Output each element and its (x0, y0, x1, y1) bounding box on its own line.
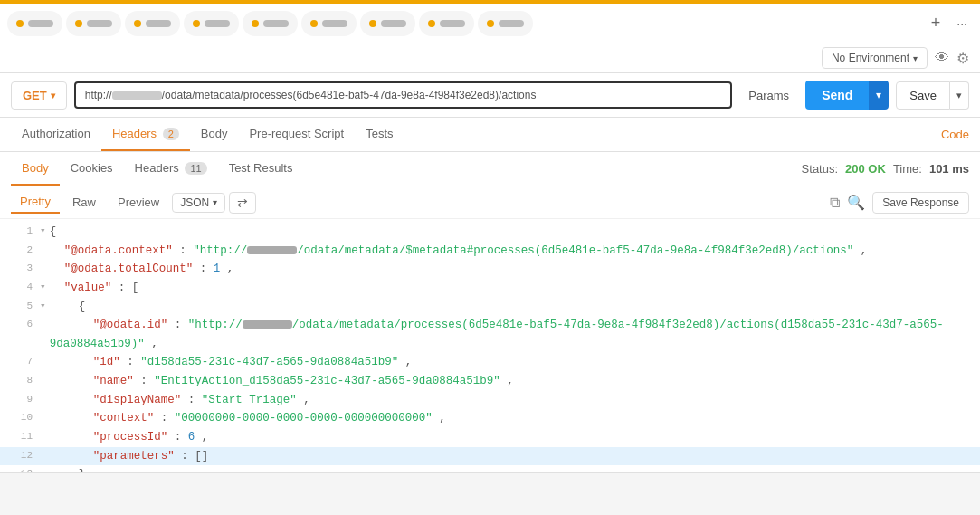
resp-tab-headers[interactable]: Headers 11 (124, 152, 218, 186)
tab-authorization[interactable]: Authorization (11, 118, 101, 151)
tab-dot-3 (134, 20, 141, 27)
line-toggle-11: ▸ (40, 428, 46, 444)
json-line-2: 2 ▸ "@odata.context" : "http:///odata/me… (0, 242, 980, 261)
tab-pill-5[interactable] (243, 11, 298, 36)
line-toggle-1[interactable]: ▾ (40, 223, 46, 239)
line-toggle-9: ▸ (40, 391, 46, 407)
headers-badge: 2 (163, 128, 179, 140)
line-num-4: 4 (7, 279, 33, 295)
tab-pill-8[interactable] (419, 11, 474, 36)
line-toggle-5[interactable]: ▾ (40, 298, 46, 314)
tab-pill-6[interactable] (301, 11, 357, 36)
line-toggle-3: ▸ (40, 260, 46, 276)
line-toggle-4[interactable]: ▾ (40, 279, 46, 295)
tab-pill-7[interactable] (360, 11, 415, 36)
tab-pill-9[interactable] (478, 11, 533, 36)
json-line-3: 3 ▸ "@odata.totalCount" : 1 , (0, 260, 980, 279)
tab-dot-6 (310, 20, 318, 27)
json-format-select[interactable]: JSON ▾ (172, 193, 225, 213)
response-area: Body Cookies Headers 11 Test Results Sta… (0, 152, 980, 482)
wrap-icon[interactable]: ⇄ (229, 192, 256, 214)
tab-pill-2[interactable] (66, 11, 121, 36)
save-response-button[interactable]: Save Response (872, 192, 969, 214)
save-button[interactable]: Save (896, 81, 950, 110)
tab-dot-8 (428, 20, 435, 27)
tab-body[interactable]: Body (190, 118, 239, 151)
line-num-6: 6 (7, 316, 33, 332)
line-content-12: "parameters" : [] (50, 447, 209, 466)
send-button[interactable]: Send (805, 81, 869, 110)
json-body: 1 ▾ { 2 ▸ "@odata.context" : "http:///od… (0, 219, 980, 472)
response-toolbar: Pretty Raw Preview JSON ▾ ⇄ ⧉ 🔍 Save Res… (0, 186, 980, 219)
chevron-down-icon: ▾ (913, 53, 918, 63)
env-label: No Environment (832, 52, 909, 64)
resp-tab-body[interactable]: Body (11, 152, 60, 186)
line-num-10: 10 (7, 409, 33, 425)
send-dropdown-button[interactable]: ▾ (869, 81, 889, 110)
line-toggle-2: ▸ (40, 242, 46, 258)
json-line-8: 8 ▸ "name" : "EntityAction_d158da55-231c… (0, 372, 980, 391)
line-content-1: { (50, 223, 57, 242)
tab-dot-5 (252, 20, 259, 27)
json-line-1: 1 ▾ { (0, 223, 980, 242)
raw-button[interactable]: Raw (63, 192, 105, 213)
code-link[interactable]: Code (941, 119, 969, 150)
tab-prerequest[interactable]: Pre-request Script (238, 118, 355, 151)
time-value: 101 ms (929, 162, 969, 176)
line-content-7: "id" : "d158da55-231c-43d7-a565-9da0884a… (50, 353, 413, 372)
tab-label-8 (440, 20, 465, 27)
resp-tab-test-results[interactable]: Test Results (218, 152, 304, 186)
resp-tab-cookies[interactable]: Cookies (60, 152, 124, 186)
tab-label-6 (322, 20, 347, 27)
tab-pill-4[interactable] (184, 11, 239, 36)
line-toggle-8: ▸ (40, 372, 46, 388)
line-num-7: 7 (7, 353, 33, 369)
params-button[interactable]: Params (739, 83, 798, 108)
save-dropdown-button[interactable]: ▾ (950, 81, 969, 110)
search-icon[interactable]: 🔍 (847, 194, 865, 211)
line-num-2: 2 (7, 242, 33, 258)
line-num-9: 9 (7, 391, 33, 407)
status-label: Status: (802, 162, 838, 176)
tab-label-4 (205, 20, 230, 27)
pretty-button[interactable]: Pretty (11, 191, 60, 214)
tab-dot-9 (487, 20, 494, 27)
json-line-11: 11 ▸ "processId" : 6 , (0, 428, 980, 447)
tab-dot-2 (75, 20, 82, 27)
request-tabs: Authorization Headers 2 Body Pre-request… (0, 118, 980, 152)
more-tabs-button[interactable]: ··· (951, 14, 973, 33)
line-toggle-13: ▸ (40, 465, 46, 472)
copy-icon[interactable]: ⧉ (830, 195, 840, 211)
line-content-10: "context" : "00000000-0000-0000-0000-000… (50, 409, 446, 428)
line-content-9: "displayName" : "Start Triage" , (50, 391, 310, 410)
eye-icon[interactable]: 👁 (935, 50, 949, 66)
preview-button[interactable]: Preview (109, 192, 168, 213)
env-selector[interactable]: No Environment ▾ (822, 47, 928, 69)
env-bar: No Environment ▾ 👁 ⚙ (0, 43, 980, 73)
line-toggle-6: ▸ (40, 316, 46, 332)
tab-tests[interactable]: Tests (355, 118, 404, 151)
json-format-chevron-icon: ▾ (213, 197, 217, 207)
response-tabs-bar: Body Cookies Headers 11 Test Results Sta… (0, 152, 980, 186)
horizontal-scrollbar[interactable] (0, 472, 980, 482)
url-display: http:///odata/metadata/processes(6d5e481… (85, 89, 537, 101)
line-content-13: } (50, 465, 86, 472)
line-content-5: { (50, 298, 86, 317)
add-tab-button[interactable]: + (926, 12, 947, 34)
line-toggle-10: ▸ (40, 409, 46, 425)
url-input-wrapper[interactable]: http:///odata/metadata/processes(6d5e481… (74, 81, 733, 109)
tab-bar: + ··· (0, 4, 980, 43)
line-content-6: "@odata.id" : "http:///odata/metadata/pr… (50, 316, 973, 353)
method-select[interactable]: GET ▾ (11, 81, 67, 110)
tab-pill-3[interactable] (125, 11, 180, 36)
tab-headers[interactable]: Headers 2 (101, 118, 190, 151)
json-line-4: 4 ▾ "value" : [ (0, 279, 980, 298)
tab-label-3 (146, 20, 171, 27)
tab-bar-actions: + ··· (926, 12, 973, 34)
tab-pill-1[interactable] (7, 11, 62, 36)
tab-label-1 (28, 20, 53, 27)
gear-icon[interactable]: ⚙ (956, 50, 969, 67)
tab-label-5 (263, 20, 289, 27)
request-bar: GET ▾ http:///odata/metadata/processes(6… (0, 73, 980, 118)
save-group: Save ▾ (896, 81, 969, 110)
